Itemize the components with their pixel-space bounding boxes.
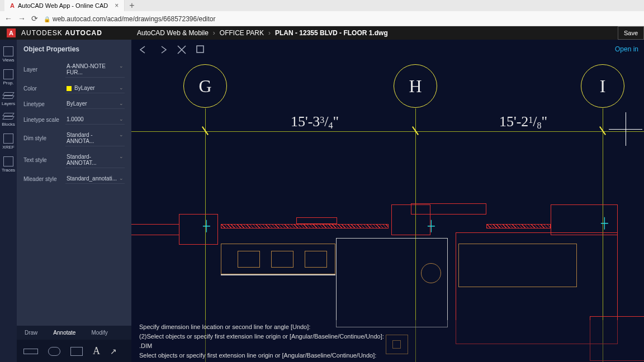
- property-value-dropdown[interactable]: 1.0000⌄: [65, 115, 125, 125]
- chevron-down-icon: ⌄: [119, 175, 124, 181]
- dimension-marker: ┼: [428, 220, 435, 232]
- undo-button[interactable]: [138, 44, 149, 55]
- reload-button[interactable]: ⟳: [31, 14, 38, 23]
- select-button[interactable]: [195, 44, 206, 55]
- color-swatch: [67, 86, 72, 91]
- dimension-linear-icon[interactable]: [23, 349, 38, 354]
- browser-tab[interactable]: A AutoCAD Web App - Online CAD ×: [4, 0, 125, 11]
- dimension-text: 15'-21/8": [499, 113, 547, 131]
- sidebar-item-xref[interactable]: XREF: [2, 130, 14, 153]
- new-tab-button[interactable]: +: [129, 1, 134, 11]
- grid-line: [131, 131, 644, 132]
- command-history-line: (2)Select objects or specify first exten…: [139, 332, 636, 341]
- cabinet: [238, 251, 260, 268]
- dimension-text: 15'-33/4": [291, 113, 339, 131]
- property-value-dropdown[interactable]: ByLayer⌄: [65, 83, 125, 93]
- command-history-line: .DIM: [139, 341, 636, 351]
- breadcrumb-current: PLAN - 12355 BLVD - FLOOR 1.dwg: [275, 29, 388, 37]
- property-value-dropdown[interactable]: Standard - ANNOTA...⌄: [65, 130, 125, 146]
- text-tool-icon[interactable]: A: [93, 345, 100, 357]
- wall: [486, 224, 551, 228]
- sidebar-item-views[interactable]: Views: [2, 43, 14, 66]
- xref-icon: [3, 134, 13, 144]
- breadcrumb-item[interactable]: OFFICE PARK: [220, 29, 264, 37]
- chevron-right-icon: ›: [213, 29, 215, 37]
- save-button[interactable]: Save: [618, 26, 644, 40]
- panel-title: Object Properties: [17, 40, 131, 59]
- traces-icon: [3, 156, 13, 166]
- drawing-canvas[interactable]: Open in GHI15'-33/4"15'-21/8": [131, 40, 644, 362]
- chevron-down-icon: ⌄: [119, 63, 124, 69]
- wall: [131, 224, 179, 235]
- command-line[interactable]: Specify dimension line location or secon…: [131, 320, 644, 362]
- layers-icon: [3, 92, 13, 100]
- svg-rect-0: [197, 46, 203, 53]
- property-label: Color: [23, 85, 65, 92]
- chevron-right-icon: ›: [268, 29, 271, 37]
- property-value-dropdown[interactable]: Standard-ANNOTAT...⌄: [65, 152, 125, 168]
- chevron-down-icon: ⌄: [119, 154, 124, 159]
- revision-cloud-icon[interactable]: [48, 347, 60, 356]
- property-value-dropdown[interactable]: A-ANNO-NOTE FUR...⌄: [65, 61, 125, 78]
- open-in-link[interactable]: Open in: [615, 45, 638, 53]
- property-row: Linetype scale 1.0000⌄: [17, 112, 131, 127]
- property-row: Linetype ByLayer⌄: [17, 96, 131, 112]
- chevron-down-icon: ⌄: [119, 132, 124, 137]
- property-row: Mleader style Standard_annotati...⌄: [17, 171, 131, 187]
- properties-icon: [3, 69, 13, 79]
- grid-bubble: H: [394, 64, 437, 108]
- property-label: Linetype scale: [23, 117, 65, 123]
- views-icon: [3, 46, 13, 56]
- property-row: Dim style Standard - ANNOTA...⌄: [17, 127, 131, 149]
- breadcrumb: AutoCAD Web & Mobile › OFFICE PARK › PLA…: [137, 29, 388, 37]
- grid-bubble: G: [183, 64, 227, 108]
- url-display[interactable]: 🔒web.autocad.com/acad/me/drawings/668572…: [44, 13, 216, 23]
- close-icon[interactable]: ×: [115, 2, 119, 9]
- property-label: Text style: [23, 157, 65, 163]
- breadcrumb-item[interactable]: AutoCAD Web & Mobile: [137, 29, 209, 37]
- app-favicon-icon: A: [10, 2, 15, 9]
- sidebar-item-prop[interactable]: Prop.: [3, 66, 13, 89]
- property-value-dropdown[interactable]: ByLayer⌄: [65, 99, 125, 109]
- lock-icon: 🔒: [44, 16, 50, 22]
- properties-panel: Object Properties Layer A-ANNO-NOTE FUR.…: [17, 40, 131, 362]
- forward-button[interactable]: →: [18, 14, 26, 23]
- chevron-down-icon: ⌄: [119, 85, 124, 90]
- property-label: Layer: [23, 66, 65, 73]
- property-label: Linetype: [23, 101, 65, 107]
- cabinet: [271, 251, 293, 268]
- back-button[interactable]: ←: [4, 14, 12, 23]
- wall: [179, 214, 218, 245]
- wall: [411, 203, 486, 215]
- dimension-marker: ┼: [601, 217, 608, 229]
- cabinet: [305, 251, 327, 268]
- tab-modify[interactable]: Modify: [83, 326, 115, 340]
- cursor-crosshair: [617, 121, 634, 137]
- snap-button[interactable]: [176, 44, 187, 55]
- property-value-dropdown[interactable]: Standard_annotati...⌄: [65, 174, 125, 184]
- partition: [336, 238, 448, 327]
- wall: [296, 217, 337, 224]
- redo-button[interactable]: [157, 44, 168, 55]
- chevron-down-icon: ⌄: [119, 116, 124, 122]
- sidebar-item-layers[interactable]: Layers: [2, 89, 15, 109]
- partition: [221, 274, 335, 275]
- property-label: Mleader style: [23, 176, 65, 182]
- dimension-marker: ┼: [203, 220, 210, 232]
- dimension-icon[interactable]: [70, 347, 83, 356]
- sidebar-item-traces[interactable]: Traces: [2, 153, 15, 176]
- blocks-icon: [3, 113, 13, 121]
- tab-title: AutoCAD Web App - Online CAD: [18, 2, 108, 9]
- property-row: Text style Standard-ANNOTAT...⌄: [17, 149, 131, 171]
- sidebar-item-blocks[interactable]: Blocks: [2, 109, 15, 130]
- grid-bubble: I: [581, 64, 624, 108]
- logo-icon: A: [7, 28, 16, 37]
- property-row: Layer A-ANNO-NOTE FUR...⌄: [17, 59, 131, 80]
- tab-draw[interactable]: Draw: [17, 326, 45, 340]
- leader-tool-icon[interactable]: ↗: [110, 347, 117, 356]
- room: [458, 244, 577, 287]
- chevron-down-icon: ⌄: [119, 101, 124, 106]
- property-label: Dim style: [23, 135, 65, 141]
- tab-annotate[interactable]: Annotate: [45, 326, 83, 340]
- wall: [221, 224, 389, 228]
